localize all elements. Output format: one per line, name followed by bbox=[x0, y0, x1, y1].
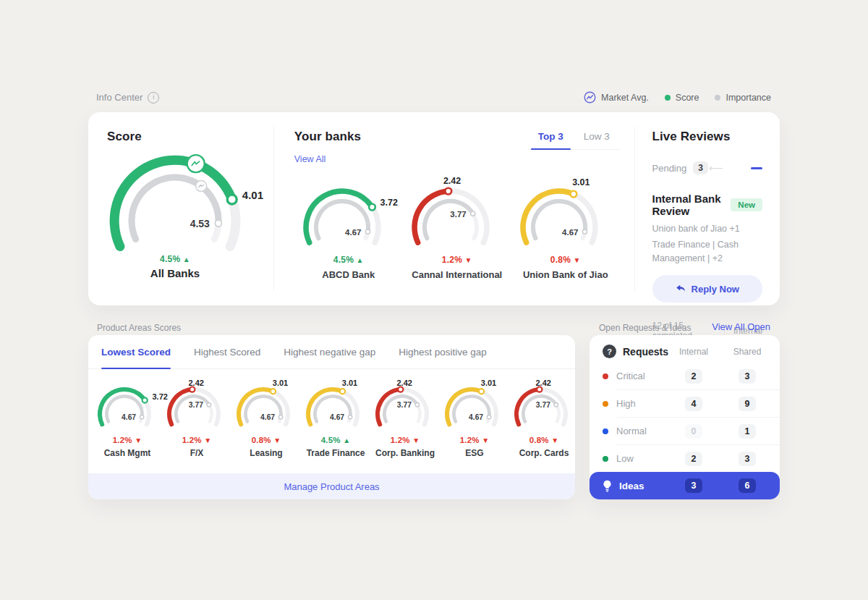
carousel-prev-arrow-icon[interactable]: ⟵ bbox=[709, 163, 723, 173]
gauge-chart: 3.014.67 bbox=[231, 378, 301, 430]
internal-count-badge: 2 bbox=[685, 452, 702, 466]
request-row-critical[interactable]: Critical23 bbox=[590, 363, 780, 389]
gauge-chart: 4.014.53 bbox=[100, 151, 273, 254]
all-banks-change: 4.5% ▲ bbox=[100, 254, 250, 264]
view-all-open-link[interactable]: View All Open bbox=[712, 321, 770, 332]
ideas-row[interactable]: Ideas 3 6 bbox=[590, 472, 780, 499]
svg-text:3.77: 3.77 bbox=[397, 401, 412, 409]
page-title: Info Center bbox=[96, 92, 142, 103]
tab-lowest-scored[interactable]: Lowest Scored bbox=[101, 335, 171, 368]
col-shared-header: Shared bbox=[715, 347, 780, 357]
legend-market-avg: Market Avg. bbox=[584, 91, 649, 103]
lightbulb-icon bbox=[603, 480, 612, 492]
ideas-label: Ideas bbox=[619, 481, 673, 491]
shared-count-badge: 1 bbox=[739, 424, 756, 439]
product-name: F/X bbox=[190, 448, 204, 458]
product-areas-card: Lowest ScoredHighest ScoredHighest negat… bbox=[88, 335, 575, 499]
critical-dot-icon bbox=[603, 373, 608, 379]
live-reviews-section: Live Reviews Pending 3 ⟵ Internal Bank R… bbox=[635, 112, 780, 305]
ideas-internal-count-badge: 3 bbox=[685, 478, 702, 493]
product-gauge-item: 3.014.670.8% ▼Leasing bbox=[231, 378, 301, 458]
your-banks-section: Your banks Top 3Low 3 View All 3.724.674… bbox=[274, 112, 634, 305]
info-icon[interactable]: i bbox=[148, 92, 159, 103]
tab-highest-scored[interactable]: Highest Scored bbox=[194, 335, 260, 368]
review-bank-line: Union bank of Jiao +1 bbox=[652, 222, 763, 236]
bank-gauge-item: 2.423.771.2% ▼Cannal International bbox=[403, 175, 511, 280]
reply-icon bbox=[676, 284, 686, 293]
your-banks-tabs: Top 3Low 3 bbox=[528, 128, 620, 150]
product-gauges-row: 3.724.671.2% ▼Cash Mgmt2.423.771.2% ▼F/X… bbox=[88, 369, 575, 458]
gauge-chart: 3.014.67 bbox=[301, 378, 370, 430]
priority-label: Low bbox=[616, 453, 673, 464]
legend-importance: Importance bbox=[715, 93, 771, 103]
review-item: Internal Bank Review New Union bank of J… bbox=[652, 193, 763, 303]
info-center-label: Info Center i bbox=[96, 92, 159, 103]
svg-text:4.67: 4.67 bbox=[330, 413, 344, 421]
view-all-link[interactable]: View All bbox=[294, 154, 326, 164]
shared-count-badge: 3 bbox=[739, 369, 756, 384]
internal-count-badge: 4 bbox=[685, 397, 702, 411]
normal-dot-icon bbox=[603, 428, 608, 434]
product-name: Cash Mgmt bbox=[104, 448, 151, 458]
product-name: Corp. Banking bbox=[375, 448, 435, 458]
product-gauge-item: 3.014.671.2% ▼ESG bbox=[440, 378, 509, 458]
gauge-chart: 2.423.77 bbox=[370, 378, 440, 430]
svg-text:4.01: 4.01 bbox=[242, 189, 263, 201]
gauge-chart: 3.724.67 bbox=[294, 175, 403, 248]
gauge-chart: 2.423.77 bbox=[162, 378, 231, 430]
svg-text:3.01: 3.01 bbox=[342, 379, 357, 387]
all-banks-label: All Banks bbox=[100, 267, 250, 279]
manage-product-areas-link[interactable]: Manage Product Areas bbox=[284, 481, 379, 492]
bank-name: Cannal International bbox=[412, 269, 502, 280]
reply-now-label: Reply Now bbox=[692, 284, 739, 295]
priority-label: High bbox=[616, 398, 673, 409]
svg-text:4.67: 4.67 bbox=[260, 413, 275, 421]
live-reviews-title: Live Reviews bbox=[652, 130, 763, 144]
carousel-page-indicator[interactable] bbox=[751, 167, 762, 169]
ideas-shared-count-badge: 6 bbox=[739, 478, 756, 493]
low-dot-icon bbox=[603, 456, 608, 462]
svg-text:4.67: 4.67 bbox=[122, 413, 136, 421]
shared-count-badge: 3 bbox=[739, 452, 756, 466]
product-gauge-item: 3.014.674.5% ▲Trade Finance bbox=[301, 378, 370, 458]
svg-text:3.77: 3.77 bbox=[536, 401, 550, 409]
svg-text:3.77: 3.77 bbox=[189, 401, 203, 409]
all-banks-gauge: 4.014.53 bbox=[100, 151, 273, 254]
product-areas-section-label: Product Areas Scores bbox=[97, 323, 181, 333]
internal-count-badge: 2 bbox=[685, 369, 702, 384]
new-badge: New bbox=[731, 198, 762, 211]
product-gauge-item: 3.724.671.2% ▼Cash Mgmt bbox=[93, 378, 162, 458]
tab-top-3[interactable]: Top 3 bbox=[528, 128, 574, 149]
svg-text:3.77: 3.77 bbox=[450, 210, 466, 219]
product-gauge-item: 2.423.771.2% ▼F/X bbox=[162, 378, 231, 458]
reply-now-button[interactable]: Reply Now bbox=[652, 275, 763, 303]
bank-name: Union Bank of Jiao bbox=[523, 269, 608, 280]
requests-header-row: ? Requests Internal Shared bbox=[590, 335, 780, 363]
priority-label: Normal bbox=[616, 426, 673, 436]
requests-title: Requests bbox=[623, 346, 673, 358]
open-requests-section-label: Open Requests & Ideas bbox=[599, 323, 691, 333]
svg-text:2.42: 2.42 bbox=[443, 176, 461, 186]
score-overview-card: Score 4.014.53 4.5% ▲ All Banks Your ban… bbox=[88, 112, 780, 305]
tab-low-3[interactable]: Low 3 bbox=[574, 128, 620, 149]
request-row-normal[interactable]: Normal01 bbox=[590, 418, 780, 444]
request-row-low[interactable]: Low23 bbox=[590, 445, 780, 472]
gauge-chart: 3.014.67 bbox=[511, 175, 620, 248]
tab-highest-positive-gap[interactable]: Highest positive gap bbox=[399, 335, 487, 368]
tab-highest-negative-gap[interactable]: Highest negative gap bbox=[284, 335, 375, 368]
your-banks-title: Your banks bbox=[294, 130, 361, 144]
svg-text:4.67: 4.67 bbox=[345, 228, 361, 237]
manage-product-areas-bar[interactable]: Manage Product Areas bbox=[88, 473, 575, 499]
internal-count-badge: 0 bbox=[685, 424, 702, 439]
pending-count-badge: 3 bbox=[693, 161, 708, 174]
svg-text:3.01: 3.01 bbox=[572, 177, 590, 187]
gauge-chart: 2.423.77 bbox=[509, 378, 579, 430]
market-avg-icon bbox=[584, 91, 596, 103]
svg-text:3.01: 3.01 bbox=[481, 379, 496, 387]
top-bar: Info Center i Market Avg. Score Importan… bbox=[96, 91, 771, 103]
legend-market-avg-label: Market Avg. bbox=[601, 93, 649, 103]
review-title: Internal Bank Review bbox=[652, 193, 731, 217]
legend-score-label: Score bbox=[676, 93, 699, 103]
requests-icon: ? bbox=[603, 345, 616, 358]
request-row-high[interactable]: High49 bbox=[590, 390, 780, 417]
